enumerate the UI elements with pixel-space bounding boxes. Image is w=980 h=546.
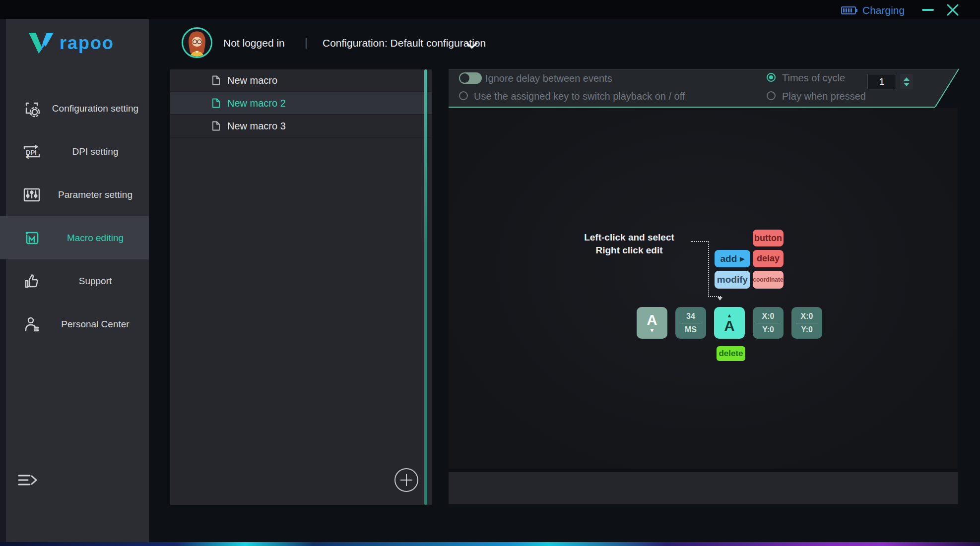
- context-submenu-coordinate-item[interactable]: coordinate: [753, 271, 784, 289]
- hint-connector: [691, 241, 709, 242]
- play-when-pressed-radio[interactable]: [767, 91, 776, 100]
- context-menu-modify-button[interactable]: modify: [715, 271, 750, 289]
- sidebar-item-support[interactable]: Support: [0, 259, 149, 303]
- times-of-cycle-input[interactable]: [867, 74, 896, 89]
- coordinate-y: Y:0: [762, 324, 774, 335]
- coordinate-y: Y:0: [801, 324, 813, 335]
- rapoo-wordmark: rapoo: [60, 33, 114, 54]
- macro-event-tile-coordinate[interactable]: X:0 Y:0: [753, 307, 784, 339]
- battery-status: Charging: [841, 4, 905, 17]
- coordinate-x: X:0: [762, 311, 775, 322]
- key-label: A: [647, 312, 657, 327]
- add-macro-button[interactable]: [394, 468, 418, 492]
- avatar[interactable]: [182, 27, 212, 58]
- rapoo-v-icon: [28, 32, 55, 55]
- charging-label: Charging: [862, 4, 905, 16]
- macro-editor-canvas: [449, 108, 958, 469]
- stepper-up-icon[interactable]: [904, 77, 910, 81]
- file-icon: [212, 121, 220, 131]
- rapoo-app-window: Charging rapoo Configu: [0, 0, 980, 546]
- context-submenu-button-item[interactable]: button: [753, 230, 784, 246]
- userbar-separator: |: [305, 36, 308, 49]
- play-when-pressed-label: Play when pressed: [782, 91, 866, 102]
- configuration-selector[interactable]: Configuration: Default configuration: [323, 37, 486, 49]
- macro-name: New macro 3: [227, 121, 286, 132]
- macro-name: New macro: [227, 75, 277, 86]
- personal-icon: [22, 314, 42, 334]
- svg-text:DPI: DPI: [26, 149, 37, 156]
- sidebar-item-dpi-setting[interactable]: DPI DPI setting: [0, 130, 149, 173]
- macro-list-panel: New macro New macro 2 New macro 3: [170, 69, 432, 505]
- macro-editor-footer: [449, 472, 958, 504]
- parameter-icon: [22, 185, 42, 205]
- context-menu-delete-button[interactable]: delete: [717, 346, 745, 361]
- dpi-icon: DPI: [22, 142, 42, 162]
- macro-icon: [22, 228, 42, 248]
- sidebar-item-macro-editing[interactable]: Macro editing: [0, 216, 149, 259]
- times-of-cycle-label: Times of cycle: [782, 72, 845, 84]
- sidebar-item-label: Macro editing: [42, 233, 149, 243]
- macro-event-tile-coordinate[interactable]: X:0 Y:0: [791, 307, 822, 339]
- close-icon[interactable]: [945, 5, 960, 15]
- hint-connector-arrow: [718, 297, 722, 301]
- macro-event-tile-key-release[interactable]: A ▼: [637, 307, 667, 339]
- sidebar-item-personal-center[interactable]: Personal Center: [0, 303, 149, 346]
- rapoo-logo: rapoo: [28, 32, 114, 55]
- login-status: Not logged in: [223, 37, 285, 49]
- minimize-icon[interactable]: [920, 5, 935, 15]
- macro-list-item[interactable]: New macro 3: [170, 115, 432, 138]
- coordinate-x: X:0: [801, 311, 813, 322]
- macro-name: New macro 2: [227, 98, 286, 109]
- key-up-arrow-icon: ▼: [650, 327, 655, 333]
- key-label: A: [724, 318, 735, 333]
- macro-list-item-selected[interactable]: New macro 2: [170, 92, 432, 115]
- support-icon: [22, 271, 42, 291]
- sidebar-item-label: Personal Center: [42, 319, 149, 330]
- edit-hint-text: Left-click and select Right click edit: [569, 231, 690, 257]
- times-of-cycle-stepper[interactable]: [900, 74, 913, 89]
- tile-divider: [680, 323, 702, 323]
- sidebar-item-label: Parameter setting: [42, 189, 149, 200]
- context-menu-add-button[interactable]: add▶: [715, 250, 750, 267]
- sidebar-item-configuration-setting[interactable]: Configuration setting: [0, 87, 149, 130]
- switch-key-label: Use the assigned key to switch playback …: [474, 91, 685, 102]
- sidebar-nav: Configuration setting DPI DPI setting: [0, 87, 149, 346]
- ignore-delay-label: Ignore delay between events: [485, 73, 612, 84]
- submenu-arrow-icon: ▶: [740, 255, 744, 262]
- chevron-down-icon[interactable]: [465, 42, 478, 52]
- ignore-delay-toggle[interactable]: [459, 72, 482, 84]
- header-top-border: [449, 69, 958, 69]
- sidebar-item-label: DPI setting: [42, 146, 149, 157]
- collapse-sidebar-icon[interactable]: [17, 470, 41, 491]
- battery-charging-icon: [841, 6, 858, 15]
- sidebar-item-label: Support: [42, 276, 149, 287]
- context-submenu-delay-item[interactable]: delay: [753, 250, 784, 267]
- switch-key-radio[interactable]: [459, 91, 468, 100]
- file-icon: [212, 98, 220, 108]
- tile-divider: [757, 323, 779, 323]
- sidebar-item-label: Configuration setting: [42, 103, 149, 114]
- sidebar-item-parameter-setting[interactable]: Parameter setting: [0, 173, 149, 216]
- tile-divider: [796, 323, 818, 323]
- macro-list-item[interactable]: New macro: [170, 69, 432, 92]
- macro-event-tile-delay[interactable]: 34 MS: [675, 307, 706, 339]
- macro-list-scrollbar[interactable]: [424, 69, 427, 505]
- times-of-cycle-radio[interactable]: [767, 73, 776, 82]
- file-icon: [212, 75, 220, 85]
- hint-connector: [708, 242, 709, 297]
- delay-value: 34: [686, 311, 695, 322]
- configuration-icon: [22, 99, 42, 119]
- delay-unit: MS: [685, 324, 697, 335]
- macro-event-tile-key-press-selected[interactable]: ▲ A: [714, 307, 745, 339]
- stepper-down-icon[interactable]: [904, 83, 910, 86]
- title-bar: [0, 0, 980, 19]
- rgb-light-strip: [0, 542, 980, 546]
